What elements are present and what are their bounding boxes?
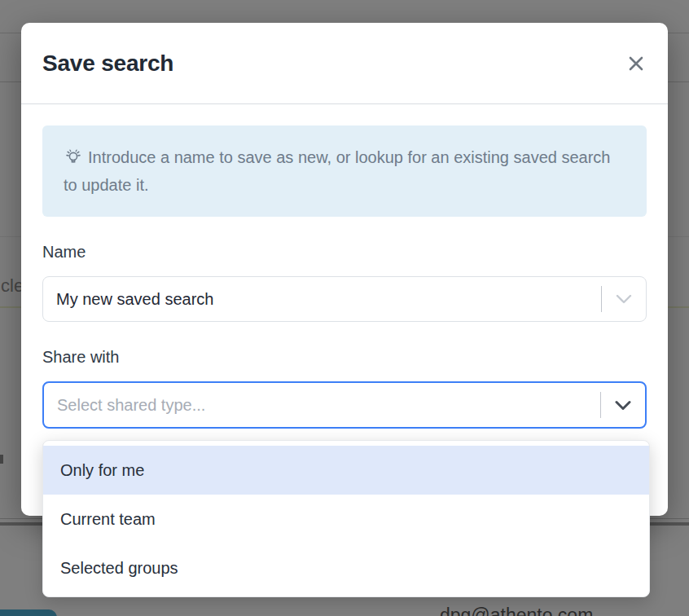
modal-title: Save search: [42, 51, 173, 77]
close-button[interactable]: [622, 50, 650, 77]
chevron-down-icon: [616, 294, 632, 304]
modal-header: Save search: [21, 23, 668, 104]
modal-body: Introduce a name to save as new, or look…: [21, 104, 668, 450]
close-icon: [627, 55, 645, 73]
name-input[interactable]: [43, 277, 601, 321]
share-field-label: Share with: [42, 348, 647, 367]
dropdown-option-current-team[interactable]: Current team: [43, 495, 649, 543]
name-dropdown-toggle[interactable]: [601, 277, 646, 321]
info-banner: Introduce a name to save as new, or look…: [42, 125, 647, 217]
share-type-dropdown: Only for me Current team Selected groups: [42, 440, 650, 597]
share-type-select[interactable]: [44, 383, 600, 427]
dropdown-option-selected-groups[interactable]: Selected groups: [43, 543, 649, 592]
name-field: [42, 276, 647, 322]
info-banner-text: Introduce a name to save as new, or look…: [64, 148, 610, 194]
chevron-down-icon: [615, 400, 631, 411]
lightbulb-icon: [64, 147, 83, 167]
dropdown-option-only-for-me[interactable]: Only for me: [43, 446, 649, 495]
name-field-label: Name: [42, 243, 647, 262]
share-dropdown-toggle[interactable]: [600, 383, 645, 427]
share-field: [42, 381, 647, 429]
